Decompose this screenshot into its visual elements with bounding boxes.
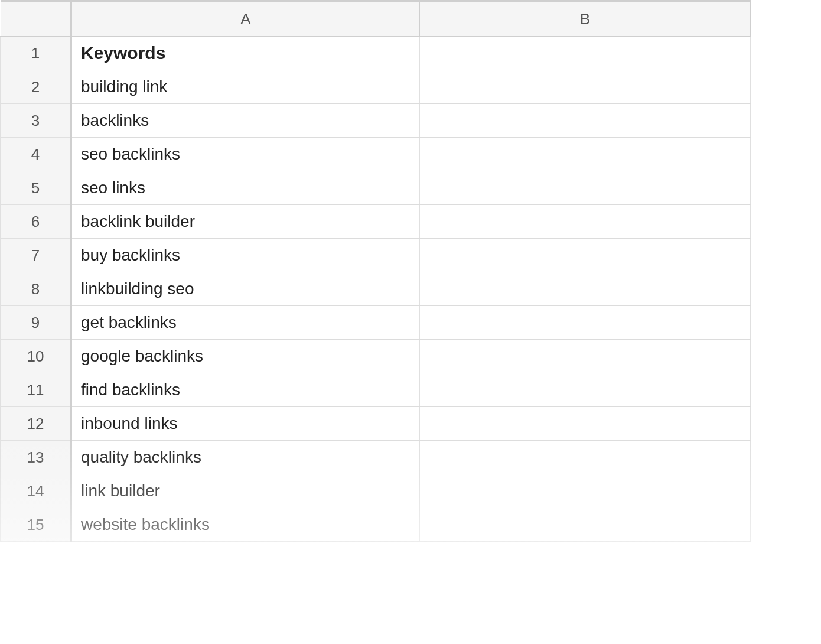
spreadsheet-grid[interactable]: A B 1Keywords2building link3backlinks4se… [0, 0, 751, 542]
cell-A2[interactable]: building link [71, 70, 420, 104]
cell-B7[interactable] [420, 239, 751, 272]
table-row: 8linkbuilding seo [1, 272, 751, 306]
table-row: 11find backlinks [1, 373, 751, 407]
cell-A11[interactable]: find backlinks [71, 373, 420, 407]
row-header-3[interactable]: 3 [1, 104, 71, 138]
row-header-8[interactable]: 8 [1, 272, 71, 306]
cell-A9[interactable]: get backlinks [71, 306, 420, 340]
table-row: 15website backlinks [1, 508, 751, 542]
column-header-row: A B [1, 1, 751, 37]
table-row: 14link builder [1, 474, 751, 508]
row-header-11[interactable]: 11 [1, 373, 71, 407]
row-header-7[interactable]: 7 [1, 239, 71, 272]
cell-A8[interactable]: linkbuilding seo [71, 272, 420, 306]
table-row: 13quality backlinks [1, 441, 751, 474]
cell-B9[interactable] [420, 306, 751, 340]
table-row: 3backlinks [1, 104, 751, 138]
cell-B12[interactable] [420, 407, 751, 441]
cell-B4[interactable] [420, 138, 751, 171]
row-header-15[interactable]: 15 [1, 508, 71, 542]
cell-A13[interactable]: quality backlinks [71, 441, 420, 474]
column-header-A[interactable]: A [71, 1, 420, 37]
table-row: 5seo links [1, 171, 751, 205]
cell-B10[interactable] [420, 340, 751, 373]
table-row: 6backlink builder [1, 205, 751, 239]
cell-B8[interactable] [420, 272, 751, 306]
cell-A15[interactable]: website backlinks [71, 508, 420, 542]
cell-A12[interactable]: inbound links [71, 407, 420, 441]
table-row: 9get backlinks [1, 306, 751, 340]
cell-A6[interactable]: backlink builder [71, 205, 420, 239]
row-header-4[interactable]: 4 [1, 138, 71, 171]
cell-A3[interactable]: backlinks [71, 104, 420, 138]
row-header-5[interactable]: 5 [1, 171, 71, 205]
cell-B15[interactable] [420, 508, 751, 542]
table-row: 10google backlinks [1, 340, 751, 373]
table-row: 4seo backlinks [1, 138, 751, 171]
select-all-corner[interactable] [1, 1, 71, 37]
cell-B6[interactable] [420, 205, 751, 239]
cell-A7[interactable]: buy backlinks [71, 239, 420, 272]
cell-B5[interactable] [420, 171, 751, 205]
row-header-10[interactable]: 10 [1, 340, 71, 373]
cell-A10[interactable]: google backlinks [71, 340, 420, 373]
row-header-9[interactable]: 9 [1, 306, 71, 340]
cell-B1[interactable] [420, 37, 751, 70]
cell-B2[interactable] [420, 70, 751, 104]
row-header-13[interactable]: 13 [1, 441, 71, 474]
table-row: 12inbound links [1, 407, 751, 441]
table-row: 2building link [1, 70, 751, 104]
cell-B11[interactable] [420, 373, 751, 407]
table-row: 7buy backlinks [1, 239, 751, 272]
row-header-14[interactable]: 14 [1, 474, 71, 508]
cell-A5[interactable]: seo links [71, 171, 420, 205]
row-header-2[interactable]: 2 [1, 70, 71, 104]
cell-B3[interactable] [420, 104, 751, 138]
cell-A4[interactable]: seo backlinks [71, 138, 420, 171]
table-row: 1Keywords [1, 37, 751, 70]
row-header-12[interactable]: 12 [1, 407, 71, 441]
row-header-1[interactable]: 1 [1, 37, 71, 70]
cell-B14[interactable] [420, 474, 751, 508]
column-header-B[interactable]: B [420, 1, 751, 37]
row-header-6[interactable]: 6 [1, 205, 71, 239]
cell-A1[interactable]: Keywords [71, 37, 420, 70]
cell-B13[interactable] [420, 441, 751, 474]
cell-A14[interactable]: link builder [71, 474, 420, 508]
